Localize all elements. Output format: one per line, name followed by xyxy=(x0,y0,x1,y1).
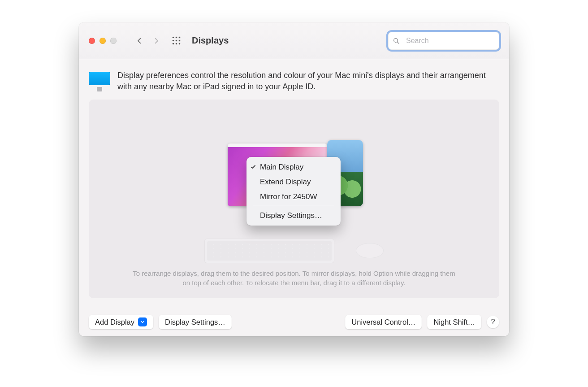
back-button[interactable] xyxy=(131,32,148,49)
svg-point-8 xyxy=(178,43,180,45)
keyboard-mouse-illustration xyxy=(204,239,384,263)
help-button[interactable]: ? xyxy=(487,316,499,328)
content-area: Display preferences control the resoluti… xyxy=(79,59,509,298)
svg-point-0 xyxy=(172,37,174,39)
display-icon xyxy=(89,72,110,91)
chevron-left-icon xyxy=(135,37,143,45)
menu-item-label: Extend Display xyxy=(260,178,311,187)
menu-item-label: Mirror for 2450W xyxy=(260,192,317,201)
add-display-disclosure[interactable] xyxy=(138,317,147,326)
svg-point-4 xyxy=(175,40,177,42)
night-shift-button[interactable]: Night Shift… xyxy=(427,315,481,329)
search-icon xyxy=(393,37,400,44)
svg-point-3 xyxy=(172,40,174,42)
svg-point-5 xyxy=(178,40,180,42)
menu-item-display-settings[interactable]: Display Settings… xyxy=(246,208,341,223)
bottom-toolbar: Add Display Display Settings… Universal … xyxy=(79,308,509,336)
help-label: ? xyxy=(491,317,495,326)
menu-item-extend-display[interactable]: Extend Display xyxy=(246,174,341,189)
arrangement-area[interactable]: Main Display Extend Display Mirror for 2… xyxy=(89,100,499,245)
hint-text: To rearrange displays, drag them to the … xyxy=(124,269,464,287)
search-input[interactable] xyxy=(406,37,496,45)
grid-icon xyxy=(172,36,181,45)
button-label: Night Shift… xyxy=(433,318,475,326)
titlebar: Displays xyxy=(79,22,509,59)
menu-item-mirror[interactable]: Mirror for 2450W xyxy=(246,189,341,204)
mouse-icon xyxy=(356,243,384,258)
preferences-window: Displays Display preferences control the… xyxy=(79,22,509,336)
search-field[interactable] xyxy=(388,32,499,50)
svg-line-10 xyxy=(398,42,399,43)
chevron-down-icon xyxy=(140,319,145,325)
menu-item-main-display[interactable]: Main Display xyxy=(246,160,341,174)
menu-separator xyxy=(253,206,334,206)
menu-item-label: Display Settings… xyxy=(260,211,322,220)
button-label: Display Settings… xyxy=(165,318,225,326)
show-all-preferences-button[interactable] xyxy=(168,32,185,49)
close-window-button[interactable] xyxy=(89,38,95,44)
svg-point-6 xyxy=(172,43,174,45)
intro-text: Display preferences control the resoluti… xyxy=(117,70,499,92)
svg-point-7 xyxy=(175,43,177,45)
keyboard-icon xyxy=(204,239,334,263)
svg-point-2 xyxy=(178,37,180,39)
zoom-window-button[interactable] xyxy=(110,38,117,44)
svg-point-9 xyxy=(394,38,398,42)
window-title: Displays xyxy=(192,35,229,46)
button-label: Universal Control… xyxy=(351,318,415,326)
chevron-right-icon xyxy=(152,37,160,45)
display-role-menu: Main Display Extend Display Mirror for 2… xyxy=(246,157,341,226)
add-display-button[interactable]: Add Display xyxy=(89,315,153,329)
desk-row: To rearrange displays, drag them to the … xyxy=(89,245,499,298)
window-controls xyxy=(89,38,117,44)
intro-row: Display preferences control the resoluti… xyxy=(89,70,499,92)
minimize-window-button[interactable] xyxy=(99,38,106,44)
svg-point-1 xyxy=(175,37,177,39)
universal-control-button[interactable]: Universal Control… xyxy=(345,315,422,329)
menu-item-label: Main Display xyxy=(260,163,303,172)
forward-button[interactable] xyxy=(148,32,165,49)
button-label: Add Display xyxy=(95,318,134,326)
display-settings-button[interactable]: Display Settings… xyxy=(159,315,232,329)
